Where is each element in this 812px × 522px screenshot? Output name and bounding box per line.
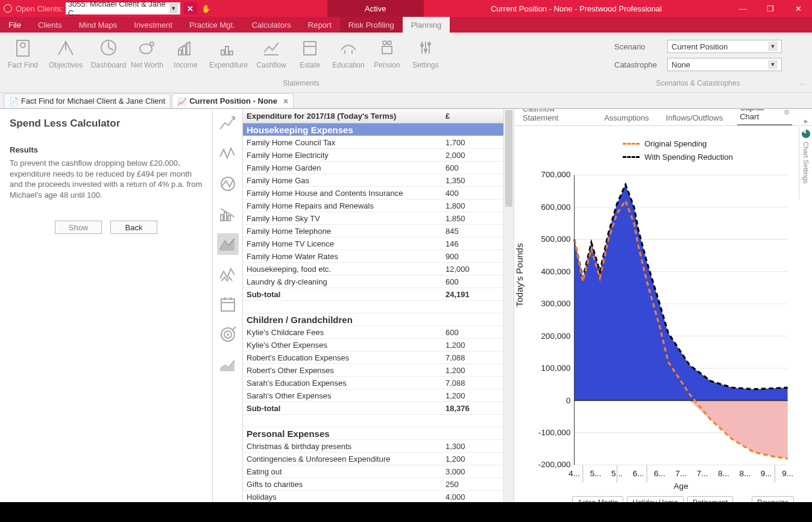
doctab-current-position[interactable]: 📈 Current Position - None ×: [172, 93, 294, 108]
svg-text:600,000: 600,000: [541, 203, 571, 212]
trend-chart-icon[interactable]: [217, 354, 239, 376]
document-tabs: 📄 Fact Find for Michael Client & Jane Cl…: [0, 93, 812, 108]
close-button[interactable]: ✕: [784, 0, 812, 17]
table-row[interactable]: Gifts to charities250: [243, 478, 503, 491]
ribbon-settings[interactable]: Settings: [406, 35, 445, 69]
decline-chart-icon[interactable]: [217, 203, 239, 225]
table-row[interactable]: Eating out3,000: [243, 465, 503, 478]
tabs-scroll-right-icon[interactable]: ▸: [804, 116, 808, 125]
tab-assumptions[interactable]: Assumptions: [602, 110, 651, 125]
table-row[interactable]: Family Home Repairs and Renewals1,800: [243, 200, 503, 212]
table-row[interactable]: Family Home TV Licence146: [243, 237, 503, 250]
table-row[interactable]: Family Home Electricity2,000: [243, 149, 503, 162]
open-clients-combo[interactable]: 3055: Michael Client & Jane C... ▼: [66, 2, 180, 14]
table-scrollbar[interactable]: [503, 109, 514, 502]
menu-investment[interactable]: Investment: [125, 17, 181, 33]
tab-cashflow-statement[interactable]: Cashflow Statement: [520, 108, 590, 125]
panel-title: Spend Less Calculator: [10, 118, 203, 130]
back-button[interactable]: Back: [110, 221, 157, 234]
table-row[interactable]: Kylie's Other Expenses1,200: [243, 339, 503, 351]
table-row[interactable]: Contingencies & Unforeseen Expenditure1,…: [243, 453, 503, 465]
menu-practice[interactable]: Practice Mgt.: [181, 17, 244, 33]
table-row[interactable]: Family Home Garden600: [243, 162, 503, 174]
fire-chart-icon[interactable]: [217, 263, 239, 285]
menubar: File Clients Mind Maps Investment Practi…: [0, 17, 812, 33]
chevron-down-icon[interactable]: ▼: [768, 60, 778, 69]
table-row[interactable]: Robert's Other Expenses1,200: [243, 364, 503, 377]
menu-file[interactable]: File: [0, 17, 30, 33]
ribbon-income[interactable]: Income: [166, 35, 205, 69]
close-client-button[interactable]: ✕: [184, 2, 197, 14]
table-row[interactable]: Children / Grandchildren: [243, 313, 503, 326]
ribbon-fact-find[interactable]: Fact Find: [4, 35, 42, 69]
ribbon-net-worth[interactable]: Net Worth: [128, 35, 166, 69]
ribbon-education[interactable]: Education: [329, 35, 368, 69]
tab-inflows-outflows[interactable]: Inflows/Outflows: [664, 110, 726, 125]
svg-rect-28: [221, 215, 223, 221]
table-row[interactable]: Kylie's Childcare Fees600: [243, 326, 503, 339]
menu-clients[interactable]: Clients: [30, 17, 71, 33]
ribbon-objectives[interactable]: Objectives: [42, 35, 89, 69]
header-label: Expenditure for 2017/18 (Today's Terms): [243, 112, 443, 121]
table-row[interactable]: Family Home Telephone845: [243, 225, 503, 237]
ribbon-estate[interactable]: Estate: [291, 35, 329, 69]
menu-calculators[interactable]: Calculators: [244, 17, 300, 33]
chart-annotations: Aston Martin Holiday Home Retirement Dow…: [572, 496, 794, 502]
ribbon-dashboard[interactable]: Dashboard: [89, 35, 128, 69]
table-row[interactable]: Robert's Education Expenses7,088: [243, 351, 503, 364]
table-row[interactable]: Housekeeping Expenses: [243, 124, 503, 136]
ribbon-cashflow[interactable]: Cashflow: [252, 35, 291, 69]
table-row[interactable]: Sub-total24,191: [243, 288, 503, 301]
table-row[interactable]: Sarah's Education Expenses7,088: [243, 377, 503, 389]
chevron-down-icon[interactable]: ▼: [169, 4, 178, 13]
doctab-factfind[interactable]: 📄 Fact Find for Michael Client & Jane Cl…: [4, 93, 171, 108]
show-button[interactable]: Show: [55, 221, 102, 234]
ribbon-expenditure[interactable]: Expenditure: [205, 35, 252, 69]
volatility-chart-icon[interactable]: [217, 143, 239, 165]
ribbon-collapse-icon[interactable]: ︿: [794, 33, 812, 92]
minimize-button[interactable]: —: [729, 0, 757, 17]
table-row[interactable]: Family Home Sky TV1,850: [243, 212, 503, 225]
results-heading: Results: [10, 145, 203, 154]
catastrophe-select[interactable]: None▼: [667, 58, 782, 71]
calendar-icon[interactable]: [217, 294, 239, 315]
close-icon[interactable]: ×: [283, 96, 288, 106]
tab-capital-chart[interactable]: Capital Chart⚙: [737, 108, 792, 125]
ribbon-pension[interactable]: Pension: [368, 35, 406, 69]
table-row[interactable]: Housekeeping, food etc.12,000: [243, 263, 503, 275]
table-row[interactable]: Sub-total18,376: [243, 402, 503, 415]
svg-rect-11: [221, 50, 224, 55]
table-row[interactable]: Laundry & dry-cleaning600: [243, 275, 503, 288]
svg-line-5: [109, 48, 113, 50]
table-row[interactable]: Family Home House and Contents Insurance…: [243, 187, 503, 200]
estate-icon: [300, 37, 320, 58]
table-row[interactable]: Personal Expenses: [243, 427, 503, 440]
pin-icon[interactable]: ✋: [200, 2, 213, 14]
chevron-down-icon[interactable]: ▼: [768, 42, 778, 51]
maximize-button[interactable]: ❐: [757, 0, 784, 17]
scrollbar-thumb[interactable]: [505, 110, 512, 207]
scenario-select[interactable]: Current Position▼: [667, 40, 782, 53]
table-row[interactable]: [243, 415, 503, 427]
menu-mindmaps[interactable]: Mind Maps: [71, 17, 126, 33]
target-icon[interactable]: [217, 324, 239, 345]
svg-text:100,000: 100,000: [541, 363, 571, 373]
menu-risk[interactable]: Risk Profiling: [340, 17, 403, 33]
gear-icon[interactable]: ⚙: [784, 108, 790, 116]
growth-chart-icon[interactable]: [217, 113, 239, 134]
table-row[interactable]: Christmas & birthday presents1,300: [243, 440, 503, 453]
svg-rect-8: [178, 50, 181, 55]
table-row[interactable]: Family Home Council Tax1,700: [243, 136, 503, 149]
table-row[interactable]: Holidays4,000: [243, 491, 503, 502]
table-row[interactable]: Family Home Gas1,350: [243, 174, 503, 187]
svg-rect-13: [230, 51, 233, 55]
area-chart-icon[interactable]: [217, 233, 239, 255]
table-row[interactable]: [243, 301, 503, 313]
svg-text:0: 0: [566, 396, 571, 405]
table-row[interactable]: Family Home Water Rates900: [243, 250, 503, 263]
menu-planning[interactable]: Planning: [403, 17, 450, 33]
circle-analysis-icon[interactable]: [217, 173, 239, 195]
spend-less-panel: Spend Less Calculator Results To prevent…: [0, 109, 213, 502]
table-row[interactable]: Sarah's Other Expenses1,200: [243, 389, 503, 402]
menu-report[interactable]: Report: [300, 17, 340, 33]
